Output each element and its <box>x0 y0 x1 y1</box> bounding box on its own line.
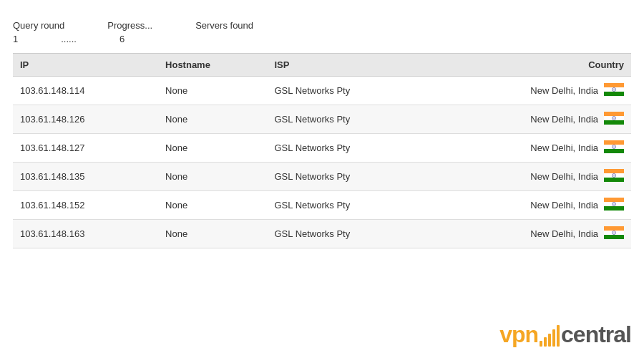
svg-rect-20 <box>604 198 624 202</box>
india-flag-icon <box>604 140 624 155</box>
meta-value-progress: ...... <box>61 34 77 44</box>
india-flag-icon <box>604 198 624 213</box>
cell-ip: 103.61.148.135 <box>13 163 158 191</box>
india-flag-icon <box>604 83 624 98</box>
table-row: 103.61.148.114 None GSL Networks Pty New… <box>13 77 631 105</box>
svg-rect-10 <box>604 140 624 145</box>
cell-ip: 103.61.148.152 <box>13 191 158 220</box>
cell-isp: GSL Networks Pty <box>268 134 433 163</box>
cell-hostname: None <box>158 134 267 163</box>
cell-isp: GSL Networks Pty <box>268 163 433 191</box>
cell-country: New Delhi, India <box>433 163 631 191</box>
table-row: 103.61.148.135 None GSL Networks Pty New… <box>13 163 631 191</box>
svg-rect-0 <box>604 83 624 87</box>
svg-rect-17 <box>604 178 624 182</box>
table-row: 103.61.148.163 None GSL Networks Pty New… <box>13 220 631 248</box>
table-row: 103.61.148.126 None GSL Networks Pty New… <box>13 105 631 134</box>
svg-point-19 <box>614 175 615 176</box>
meta-label-progress: Progress... <box>107 20 152 31</box>
table-header-row: IP Hostname ISP Country <box>13 54 631 77</box>
meta-labels-row: Query round Progress... Servers found <box>13 20 631 31</box>
svg-point-9 <box>614 118 615 119</box>
meta-value-query-round: 1 <box>13 34 18 44</box>
meta-values-row: 1 ...... 6 <box>13 34 631 44</box>
meta-value-servers: 6 <box>119 34 125 44</box>
india-flag-icon <box>604 112 624 127</box>
country-name: New Delhi, India <box>530 228 598 239</box>
cell-isp: GSL Networks Pty <box>268 220 433 248</box>
cell-country: New Delhi, India <box>433 105 631 134</box>
svg-rect-7 <box>604 120 624 125</box>
country-name: New Delhi, India <box>530 114 598 125</box>
col-header-country: Country <box>433 54 631 77</box>
col-header-isp: ISP <box>268 54 433 77</box>
cell-ip: 103.61.148.163 <box>13 220 158 248</box>
cell-isp: GSL Networks Pty <box>268 191 433 220</box>
svg-rect-5 <box>604 112 624 116</box>
svg-rect-25 <box>604 226 624 231</box>
svg-point-29 <box>614 233 615 233</box>
cell-country: New Delhi, India <box>433 220 631 248</box>
cell-country: New Delhi, India <box>433 134 631 163</box>
col-header-hostname: Hostname <box>158 54 267 77</box>
india-flag-icon <box>604 226 624 241</box>
svg-rect-22 <box>604 206 624 211</box>
col-header-ip: IP <box>13 54 158 77</box>
svg-rect-27 <box>604 235 624 239</box>
svg-point-4 <box>614 90 615 90</box>
cell-hostname: None <box>158 220 267 248</box>
country-name: New Delhi, India <box>530 200 598 211</box>
cell-hostname: None <box>158 163 267 191</box>
svg-point-14 <box>614 147 615 147</box>
brand-logo: vpn central <box>499 321 631 348</box>
main-container: Query round Progress... Servers found 1 … <box>0 0 644 258</box>
meta-label-servers: Servers found <box>195 20 253 31</box>
cell-hostname: None <box>158 77 267 105</box>
table-row: 103.61.148.127 None GSL Networks Pty New… <box>13 134 631 163</box>
svg-point-24 <box>614 204 615 205</box>
cell-ip: 103.61.148.114 <box>13 77 158 105</box>
cell-ip: 103.61.148.126 <box>13 105 158 134</box>
cell-isp: GSL Networks Pty <box>268 77 433 105</box>
logo-vpn-text: vpn <box>499 321 538 348</box>
cell-hostname: None <box>158 105 267 134</box>
results-table: IP Hostname ISP Country 103.61.148.114 N… <box>13 54 631 248</box>
cell-ip: 103.61.148.127 <box>13 134 158 163</box>
logo-central-text: central <box>561 321 631 348</box>
cell-country: New Delhi, India <box>433 77 631 105</box>
table-row: 103.61.148.152 None GSL Networks Pty New… <box>13 191 631 220</box>
cell-isp: GSL Networks Pty <box>268 105 433 134</box>
country-name: New Delhi, India <box>530 85 598 96</box>
svg-rect-15 <box>604 169 624 173</box>
india-flag-icon <box>604 169 624 184</box>
cell-hostname: None <box>158 191 267 220</box>
logo-signal-icon <box>540 324 560 347</box>
meta-label-query-round: Query round <box>13 20 64 31</box>
svg-rect-12 <box>604 149 624 153</box>
svg-rect-2 <box>604 92 624 96</box>
cell-country: New Delhi, India <box>433 191 631 220</box>
country-name: New Delhi, India <box>530 171 598 182</box>
country-name: New Delhi, India <box>530 142 598 153</box>
